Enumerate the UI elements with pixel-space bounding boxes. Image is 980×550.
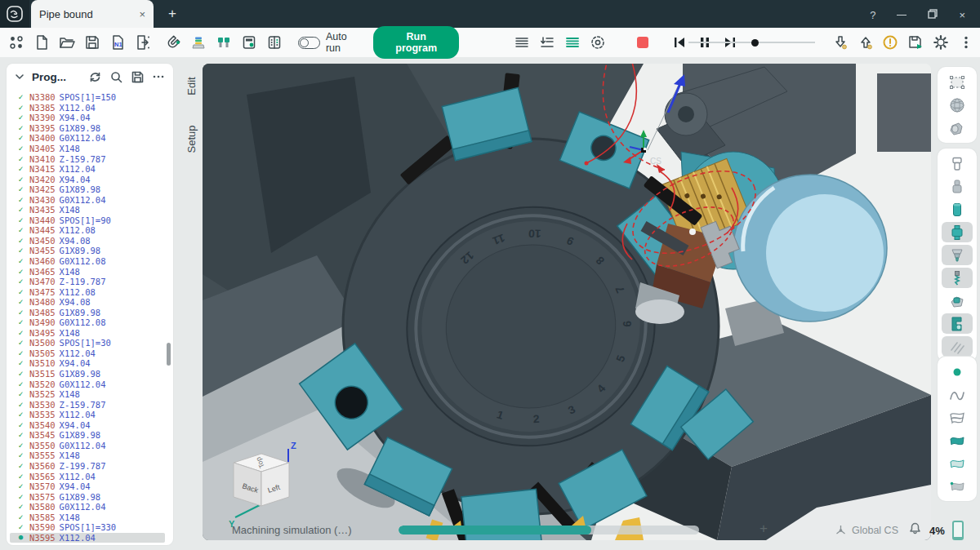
gcode-line[interactable]: ✓N3410Z-159.787 xyxy=(10,153,165,164)
magnet-capture-icon[interactable] xyxy=(162,29,185,55)
gcode-line[interactable]: ✓N3435X148 xyxy=(10,205,165,215)
gcode-line[interactable]: ✓N3485G1X89.98 xyxy=(10,307,165,317)
part-selected-icon[interactable] xyxy=(942,222,973,242)
fixture-boundary-icon[interactable] xyxy=(942,72,973,92)
refresh-icon[interactable] xyxy=(88,70,102,84)
gcode-line[interactable]: ●N3595X112.04 xyxy=(10,533,165,543)
stock-outline-icon[interactable] xyxy=(942,153,973,174)
gcode-line[interactable]: ✓N3405X148 xyxy=(10,144,165,154)
cone-tool-selected-icon[interactable] xyxy=(942,245,973,265)
gcode-line[interactable]: ✓N3425G1X89.98 xyxy=(10,184,165,195)
new-file-button[interactable] xyxy=(30,29,54,55)
gcode-line[interactable]: ✓N3560Z-199.787 xyxy=(10,461,165,472)
gcode-line[interactable]: ✓N3385X112.04 xyxy=(10,103,165,113)
pipe-elbow-icon[interactable] xyxy=(942,118,973,138)
notifications-bell-icon[interactable] xyxy=(908,521,922,539)
record-dot-icon[interactable] xyxy=(942,361,973,382)
run-program-button[interactable]: Run program xyxy=(373,26,459,59)
auto-run-toggle[interactable]: Auto run xyxy=(298,31,360,54)
gcode-line[interactable]: ✓N3525X148 xyxy=(10,389,165,400)
global-cs-selector[interactable]: Global CS xyxy=(835,524,898,536)
download-badge-icon[interactable] xyxy=(828,29,852,55)
search-icon[interactable] xyxy=(109,70,123,84)
help-button[interactable]: ? xyxy=(870,9,875,21)
new-tab-button[interactable]: + xyxy=(168,6,176,22)
drill-tool-selected-icon[interactable] xyxy=(942,268,973,288)
calculator-icon[interactable] xyxy=(238,29,261,55)
gcode-line[interactable]: ✓N3380SPOS[1]=150 xyxy=(10,92,165,103)
gcode-line[interactable]: ✓N3490G0X112.08 xyxy=(10,317,165,328)
simulation-viewport[interactable]: 123456789101112 xyxy=(203,64,931,540)
close-button[interactable]: × xyxy=(959,9,965,21)
curve-path-icon[interactable] xyxy=(942,384,973,405)
gcode-line[interactable]: ✓N3475X112.08 xyxy=(10,286,165,297)
gcode-line[interactable]: ✓N3480X94.08 xyxy=(10,297,165,308)
flag-teal-icon[interactable] xyxy=(942,430,973,450)
open-file-button[interactable] xyxy=(56,29,79,55)
gcode-line[interactable]: ✓N3400G0X112.04 xyxy=(10,133,165,144)
app-grid-icon[interactable] xyxy=(5,29,29,55)
stop-button[interactable] xyxy=(630,29,654,55)
align-lines-icon[interactable] xyxy=(510,29,533,55)
warning-icon[interactable] xyxy=(879,29,902,55)
gcode-line[interactable]: ✓N3570X94.04 xyxy=(10,481,165,492)
gcode-line[interactable]: ✓N3450X94.08 xyxy=(10,236,165,246)
tab-edit[interactable]: Edit xyxy=(185,70,198,103)
slider-knob[interactable] xyxy=(751,39,759,47)
gcode-line[interactable]: ✓N3515G1X89.98 xyxy=(10,369,165,379)
mesh-sphere-icon[interactable] xyxy=(942,95,973,115)
gcode-line[interactable]: ✓N3390X94.04 xyxy=(10,113,165,123)
stock-teal-icon[interactable] xyxy=(942,199,973,220)
app-logo[interactable] xyxy=(0,0,29,28)
speed-slider[interactable] xyxy=(751,29,815,55)
gcode-line[interactable]: ✓N3580G0X112.04 xyxy=(10,502,165,512)
gcode-line[interactable]: ✓N3445X112.08 xyxy=(10,225,165,236)
tab-close-icon[interactable]: × xyxy=(139,8,145,20)
selection-gear-icon[interactable] xyxy=(586,29,609,55)
gcode-line[interactable]: ✓N3565X112.04 xyxy=(10,471,165,481)
hatch-disabled-icon[interactable] xyxy=(942,336,973,357)
gcode-line[interactable]: ✓N3575G1X89.98 xyxy=(10,491,165,502)
upload-badge-icon[interactable] xyxy=(853,29,877,55)
save-button[interactable] xyxy=(81,29,105,55)
tools-library-icon[interactable] xyxy=(212,29,236,55)
gcode-line[interactable]: ✓N3590SPOS[1]=330 xyxy=(10,522,165,533)
gcode-line[interactable]: ✓N3530Z-159.787 xyxy=(10,399,165,410)
highlight-lines-icon[interactable] xyxy=(560,29,584,55)
step-back-button[interactable] xyxy=(667,29,691,55)
flags-outline-icon[interactable] xyxy=(942,407,973,428)
gcode-line[interactable]: ✓N3585X148 xyxy=(10,512,165,522)
gcode-line-list[interactable]: ✓N3380SPOS[1]=150✓N3385X112.04✓N3390X94.… xyxy=(10,92,165,543)
stock-grey-icon[interactable] xyxy=(942,176,973,197)
gcode-line[interactable]: ✓N3520G0X112.04 xyxy=(10,379,165,389)
gcode-line[interactable]: ✓N3470Z-119.787 xyxy=(10,277,165,287)
zoom-plus-button[interactable]: + xyxy=(760,521,768,537)
maximize-button[interactable] xyxy=(928,9,938,21)
machine-selected-icon[interactable] xyxy=(942,313,973,334)
postprocessor-icon[interactable] xyxy=(187,29,211,55)
gcode-line[interactable]: ✓N3495X148 xyxy=(10,328,165,339)
gcode-line[interactable]: ✓N3395G1X89.98 xyxy=(10,123,165,134)
flag-light-icon[interactable] xyxy=(942,453,973,473)
program-scrollbar[interactable] xyxy=(167,343,171,366)
gcode-line[interactable]: ✓N3550G0X112.04 xyxy=(10,441,165,451)
gcode-line[interactable]: ✓N3440SPOS[1]=90 xyxy=(10,215,165,226)
gcode-line[interactable]: ✓N3465X148 xyxy=(10,266,165,277)
more-menu-icon[interactable] xyxy=(955,29,978,55)
minimize-button[interactable] xyxy=(897,15,906,16)
nc-file-button[interactable]: N1 xyxy=(106,29,130,55)
gcode-line[interactable]: ✓N3500SPOS[1]=30 xyxy=(10,338,165,348)
flag-grey-icon[interactable] xyxy=(942,476,973,496)
gcode-line[interactable]: ✓N3505X112.04 xyxy=(10,348,165,359)
machine-3d-scene[interactable]: 123456789101112 xyxy=(203,64,931,540)
save-program-icon[interactable] xyxy=(131,70,145,84)
tool-holder-icon[interactable] xyxy=(942,291,973,311)
registers-icon[interactable] xyxy=(263,29,287,55)
goto-line-icon[interactable] xyxy=(535,29,559,55)
gcode-line[interactable]: ✓N3535X112.04 xyxy=(10,410,165,420)
panel-more-icon[interactable] xyxy=(152,70,165,83)
gcode-line[interactable]: ✓N3510X94.04 xyxy=(10,358,165,369)
tab-setup[interactable]: Setup xyxy=(185,123,198,156)
gcode-line[interactable]: ✓N3460G0X112.08 xyxy=(10,256,165,267)
gcode-line[interactable]: ✓N3420X94.04 xyxy=(10,174,165,184)
